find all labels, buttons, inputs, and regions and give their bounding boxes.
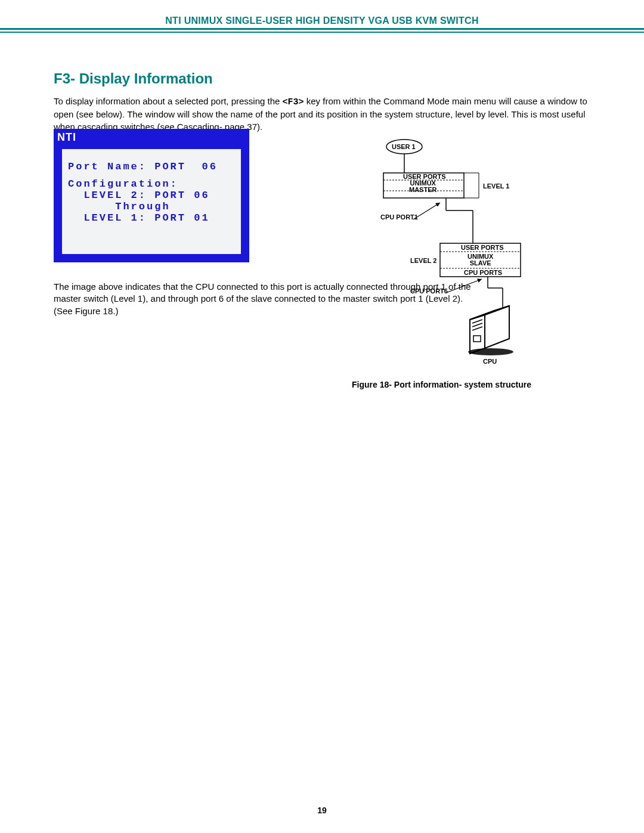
level2-line: LEVEL 2: PORT 06 bbox=[68, 190, 235, 201]
intro-paragraph: To display information about a selected … bbox=[54, 95, 590, 133]
intro-pre: To display information about a selected … bbox=[54, 96, 283, 106]
system-structure-diagram: USER 1 USER PORTS UNIMUX MASTER LEVEL 1 … bbox=[380, 136, 595, 374]
label-level-2: LEVEL 2 bbox=[410, 257, 436, 264]
svg-rect-23 bbox=[473, 336, 481, 342]
through-line: Through bbox=[68, 201, 235, 212]
label-cpu-ports: CPU PORTS bbox=[464, 269, 502, 276]
label-cpu-port6: CPU PORT6 bbox=[410, 287, 448, 295]
svg-point-19 bbox=[468, 348, 513, 355]
svg-line-18 bbox=[446, 279, 482, 293]
label-user-ports-2: USER PORTS bbox=[461, 244, 504, 251]
port-info-screenshot: NTI Port Name: PORT 06 Configuration: LE… bbox=[54, 129, 249, 262]
page-number: 19 bbox=[0, 806, 644, 815]
content-area: F3- Display Information To display infor… bbox=[54, 70, 590, 133]
rule-top-2 bbox=[0, 32, 644, 33]
section-title: F3- Display Information bbox=[54, 70, 590, 87]
label-user1: USER 1 bbox=[392, 143, 416, 150]
label-unimux-slave: UNIMUX SLAVE bbox=[467, 253, 493, 267]
nti-logo: NTI bbox=[57, 131, 76, 144]
label-cpu-port1: CPU PORT1 bbox=[380, 213, 418, 221]
doc-header: NTI UNIMUX SINGLE-USER HIGH DENSITY VGA … bbox=[0, 16, 644, 26]
label-unimux-master: UNIMUX MASTER bbox=[409, 180, 436, 193]
level1-line: LEVEL 1: PORT 01 bbox=[68, 212, 235, 224]
label-level-1: LEVEL 1 bbox=[483, 182, 509, 190]
port-name-line: Port Name: PORT 06 bbox=[68, 161, 235, 172]
figure-caption: Figure 18- Port information- system stru… bbox=[352, 380, 531, 389]
rule-top-1 bbox=[0, 28, 644, 30]
label-cpu: CPU bbox=[483, 358, 497, 365]
config-line: Configuration: bbox=[68, 178, 235, 190]
intro-key: <F3> bbox=[283, 97, 304, 107]
port-info-panel: Port Name: PORT 06 Configuration: LEVEL … bbox=[62, 149, 241, 254]
